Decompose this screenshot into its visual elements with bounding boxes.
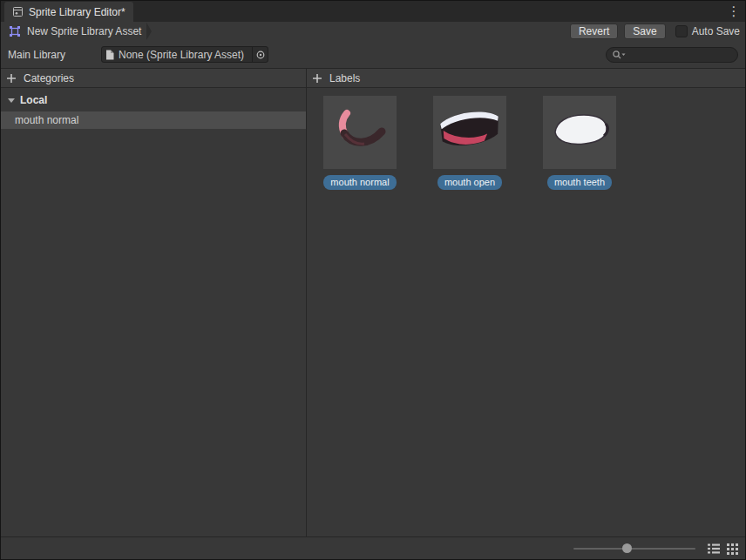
- local-foldout[interactable]: Local: [1, 91, 306, 109]
- sprite-thumbnail-mouth-teeth: [543, 96, 616, 169]
- labels-grid: mouth normal mouth open: [307, 88, 745, 190]
- footer-bar: [1, 536, 745, 559]
- object-picker-icon[interactable]: [252, 47, 268, 62]
- add-label-icon[interactable]: [312, 73, 322, 84]
- category-item-mouth-normal[interactable]: mouth normal: [1, 111, 306, 129]
- search-field[interactable]: [606, 47, 738, 63]
- sprite-thumbnail-mouth-normal: [323, 96, 397, 169]
- titlebar: Sprite Library Editor* ⋮: [1, 1, 745, 22]
- labels-header: Labels: [329, 72, 360, 84]
- breadcrumb-chevron-icon: [146, 23, 152, 40]
- label-item-mouth-normal[interactable]: mouth normal: [323, 96, 397, 190]
- asset-document-icon: [105, 50, 114, 60]
- thumbnail-size-slider[interactable]: [573, 537, 695, 560]
- category-item-label: mouth normal: [15, 114, 78, 126]
- more-options-icon[interactable]: ⋮: [726, 1, 742, 22]
- label-item-mouth-teeth[interactable]: mouth teeth: [543, 96, 616, 190]
- slider-track: [573, 548, 695, 550]
- breadcrumb-label: New Sprite Library Asset: [27, 25, 141, 37]
- list-view-icon[interactable]: [706, 537, 722, 560]
- auto-save-checkbox[interactable]: [675, 25, 688, 37]
- sprite-library-editor-icon: [12, 6, 24, 17]
- labels-panel: Labels mouth normal: [307, 69, 745, 536]
- main-library-row: Main Library None (Sprite Library Asset): [1, 41, 745, 68]
- panels-area: Categories Local mouth normal Labels: [1, 68, 745, 536]
- label-badge: mouth teeth: [547, 175, 612, 190]
- add-category-icon[interactable]: [6, 73, 17, 84]
- sprite-thumbnail-mouth-open: [433, 96, 506, 169]
- slider-handle[interactable]: [622, 543, 632, 553]
- categories-panel-header: Categories: [1, 69, 306, 88]
- label-badge: mouth normal: [323, 175, 396, 190]
- toolbar: New Sprite Library Asset Revert Save Aut…: [1, 22, 745, 41]
- tab-sprite-library-editor[interactable]: Sprite Library Editor*: [4, 2, 133, 22]
- main-library-label: Main Library: [8, 49, 101, 61]
- auto-save-label: Auto Save: [692, 25, 740, 37]
- sprite-library-asset-icon: [9, 25, 21, 37]
- object-field-value: None (Sprite Library Asset): [119, 49, 252, 61]
- main-library-object-field[interactable]: None (Sprite Library Asset): [101, 46, 268, 63]
- label-badge: mouth open: [437, 175, 502, 190]
- label-item-mouth-open[interactable]: mouth open: [433, 96, 506, 190]
- categories-header: Categories: [24, 72, 74, 84]
- local-foldout-label: Local: [20, 94, 47, 106]
- search-icon: [612, 50, 626, 60]
- revert-button[interactable]: Revert: [570, 24, 618, 39]
- search-input[interactable]: [628, 49, 732, 61]
- categories-panel: Categories Local mouth normal: [1, 69, 307, 536]
- breadcrumb[interactable]: New Sprite Library Asset: [6, 22, 144, 41]
- foldout-triangle-icon: [8, 98, 15, 103]
- sprite-library-editor-window: Sprite Library Editor* ⋮ New Sprite Libr…: [0, 0, 746, 560]
- tab-title: Sprite Library Editor*: [29, 6, 125, 18]
- grid-view-icon[interactable]: [724, 537, 740, 560]
- labels-panel-header: Labels: [307, 69, 745, 88]
- save-button[interactable]: Save: [624, 24, 665, 39]
